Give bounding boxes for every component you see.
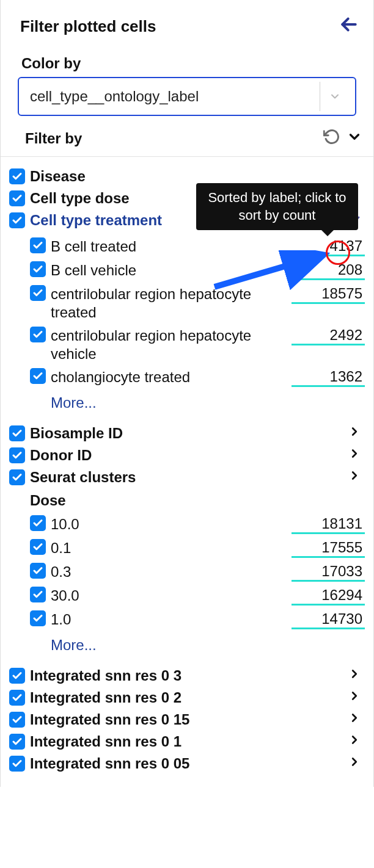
chevron-right-icon[interactable] (348, 425, 365, 442)
list-item: 0.3 17033 (30, 560, 365, 584)
item-count: 16294 (292, 587, 365, 606)
filter-group-snn-015[interactable]: Integrated snn res 0 15 (30, 711, 343, 728)
item-count: 14730 (292, 610, 365, 629)
item-label: 1.0 (51, 610, 287, 629)
checkbox-item[interactable] (30, 368, 46, 384)
filter-group-seurat-clusters[interactable]: Seurat clusters (30, 469, 343, 486)
item-count: 17555 (292, 539, 365, 558)
item-count: 1362 (292, 368, 365, 387)
checkbox-snn-015[interactable] (9, 712, 25, 728)
color-by-value: cell_type__ontology_label (30, 88, 320, 105)
item-count: 18131 (292, 515, 365, 534)
chevron-right-icon[interactable] (348, 711, 365, 728)
checkbox-item[interactable] (30, 610, 46, 626)
chevron-right-icon[interactable] (348, 447, 365, 464)
chevron-right-icon[interactable] (348, 667, 365, 684)
list-item: 0.1 17555 (30, 537, 365, 560)
list-item: 10.0 18131 (30, 513, 365, 537)
item-count: 18575 (292, 285, 365, 304)
sort-tooltip: Sorted by label; click to sort by count (196, 183, 358, 230)
filter-group-snn-03[interactable]: Integrated snn res 0 3 (30, 667, 343, 684)
checkbox-snn-005[interactable] (9, 756, 25, 772)
checkbox-snn-01[interactable] (9, 734, 25, 750)
item-count: 208 (292, 261, 365, 280)
filter-group-snn-02[interactable]: Integrated snn res 0 2 (30, 689, 343, 706)
item-label: centrilobular region hepatocyte vehicle (51, 327, 287, 363)
filter-group-dose[interactable]: Dose (9, 488, 365, 509)
list-item: B cell vehicle 208 (30, 259, 365, 283)
checkbox-snn-02[interactable] (9, 690, 25, 706)
filter-group-biosample-id[interactable]: Biosample ID (30, 425, 343, 442)
checkbox-item[interactable] (30, 261, 46, 277)
item-label: 30.0 (51, 587, 287, 605)
back-arrow-icon[interactable] (339, 15, 359, 38)
checkbox-item[interactable] (30, 539, 46, 555)
checkbox-cell-type-dose[interactable] (9, 190, 25, 206)
more-link[interactable]: More... (30, 389, 365, 421)
item-count: 17033 (292, 563, 365, 582)
color-by-select[interactable]: cell_type__ontology_label (18, 77, 356, 116)
item-label: 10.0 (51, 515, 287, 533)
chevron-right-icon[interactable] (348, 733, 365, 750)
list-item: 30.0 16294 (30, 584, 365, 608)
filter-group-donor-id[interactable]: Donor ID (30, 447, 343, 464)
item-count: 4137 (292, 237, 365, 256)
cell-type-treatment-items: B cell treated 4137 B cell vehicle 208 c… (9, 231, 365, 422)
checkbox-item[interactable] (30, 285, 46, 301)
item-label: 0.3 (51, 563, 287, 581)
filter-group-snn-005[interactable]: Integrated snn res 0 05 (30, 755, 343, 772)
checkbox-item[interactable] (30, 587, 46, 602)
list-item: 1.0 14730 (30, 608, 365, 632)
checkbox-biosample-id[interactable] (9, 425, 25, 441)
checkbox-item[interactable] (30, 327, 46, 342)
list-item: centrilobular region hepatocyte vehicle … (30, 324, 365, 366)
chevron-down-icon[interactable] (346, 129, 362, 148)
filter-by-label: Filter by (25, 130, 323, 147)
checkbox-item[interactable] (30, 237, 46, 253)
list-item: cholangiocyte treated 1362 (30, 366, 365, 389)
chevron-right-icon[interactable] (348, 469, 365, 486)
item-label: cholangiocyte treated (51, 368, 287, 386)
checkbox-snn-03[interactable] (9, 668, 25, 684)
checkbox-seurat-clusters[interactable] (9, 469, 25, 485)
item-count: 2492 (292, 327, 365, 345)
color-by-label: Color by (1, 45, 373, 77)
dose-items: 10.0 18131 0.1 17555 0.3 17033 30.0 1629… (9, 509, 365, 665)
checkbox-disease[interactable] (9, 168, 25, 184)
list-item: B cell treated 4137 (30, 235, 365, 259)
item-label: centrilobular region hepatocyte treated (51, 285, 287, 322)
checkbox-item[interactable] (30, 563, 46, 579)
panel-title: Filter plotted cells (20, 17, 156, 36)
checkbox-item[interactable] (30, 515, 46, 531)
list-item: centrilobular region hepatocyte treated … (30, 283, 365, 324)
checkbox-donor-id[interactable] (9, 447, 25, 463)
chevron-right-icon[interactable] (348, 755, 365, 772)
reset-icon[interactable] (323, 128, 340, 149)
filter-group-disease[interactable]: Disease (30, 168, 365, 185)
more-link[interactable]: More... (30, 632, 365, 664)
item-label: B cell treated (51, 237, 287, 256)
filter-group-snn-01[interactable]: Integrated snn res 0 1 (30, 733, 343, 750)
chevron-down-icon[interactable] (320, 82, 349, 111)
item-label: 0.1 (51, 539, 287, 557)
item-label: B cell vehicle (51, 261, 287, 280)
chevron-right-icon[interactable] (348, 689, 365, 706)
checkbox-cell-type-treatment[interactable] (9, 212, 25, 228)
